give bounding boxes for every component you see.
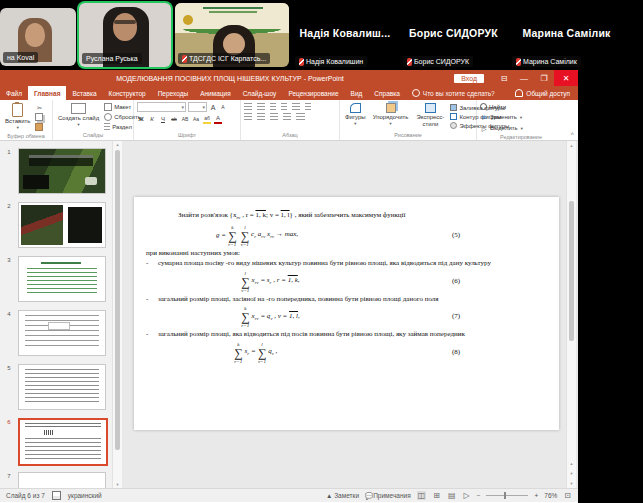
arrange-button[interactable]: Упорядочить ▼ [371,102,411,127]
decrease-indent-icon[interactable] [270,103,276,110]
slide-thumbnail-5[interactable]: 5 [0,364,106,410]
tab-file[interactable]: Файл [0,86,28,100]
paste-button[interactable]: Вставить ▼ [3,102,32,131]
tab-insert[interactable]: Вставка [66,86,102,100]
new-slide-icon [71,103,86,114]
copy-icon[interactable] [35,113,43,121]
restore-button[interactable]: ❐ [534,70,554,86]
underline-button[interactable]: Ч [159,115,167,123]
scroll-up-icon[interactable]: ▲ [567,143,576,148]
tab-animations[interactable]: Анимация [194,86,237,100]
arrange-icon [386,103,396,113]
align-center-icon[interactable] [257,113,265,120]
slide-thumbnail-7[interactable]: 7 [0,472,106,488]
reading-view-button[interactable]: ▤ [447,491,457,500]
change-case-button[interactable]: Аа [192,115,200,123]
italic-button[interactable]: К [148,115,156,123]
shapes-button[interactable]: Фигуры ▼ [343,102,368,127]
reset-icon [104,113,112,121]
slide-thumb-image [18,418,108,466]
font-name-combo[interactable]: ▾ [137,102,186,112]
scroll-up-icon[interactable]: ▲ [113,142,122,147]
share-button[interactable]: Общий доступ [507,86,578,100]
slide-thumbnail-2[interactable]: 2 [0,202,106,248]
slide-thumbnail-3[interactable]: 3 [0,256,106,302]
participant-video-ruska-active-speaker[interactable]: Руслана Руська [79,3,171,67]
tab-home[interactable]: Главная [28,86,66,100]
strikethrough-button[interactable]: ab [170,115,178,123]
format-painter-icon[interactable] [35,123,43,131]
line-spacing-icon[interactable] [292,103,300,110]
columns-icon[interactable] [296,113,305,120]
select-label: Выделить [490,125,518,131]
scroll-down-icon[interactable]: ▼ [567,481,576,486]
justify-icon[interactable] [283,113,291,120]
shrink-font-icon[interactable]: А [219,103,227,111]
highlight-color-button[interactable]: аб [203,114,211,124]
quick-styles-button[interactable]: Экспресс-стили [413,102,447,128]
zoom-out-button[interactable]: − [477,492,481,499]
close-button[interactable]: ✕ [554,70,578,86]
tab-slideshow[interactable]: Слайд-шоу [237,86,283,100]
character-spacing-button[interactable]: АВ [181,115,189,123]
scrollbar-thumb[interactable] [115,150,120,450]
zoom-level[interactable]: 76% [544,492,557,499]
sum-symbol: k∑r=1 [234,342,243,364]
font-color-button[interactable]: А [214,114,222,124]
minimize-button[interactable]: — [514,70,534,86]
next-slide-icon[interactable]: ▼ [567,471,576,476]
replace-button[interactable]: ab Заменить ▼ [480,113,524,121]
language-indicator[interactable]: украинский [68,492,102,499]
find-button[interactable]: Найти [480,103,524,110]
ribbon-display-options-icon[interactable]: ⊟ [494,70,514,86]
participant-video-koval[interactable]: на Koval [0,8,76,66]
align-left-icon[interactable] [244,113,252,120]
numbering-icon[interactable] [257,103,265,110]
participant-video-tdsgds[interactable]: ТДСГДС ІСГ Карпатсь... [175,3,289,67]
paste-icon [12,103,23,117]
tab-review[interactable]: Рецензирование [282,86,344,100]
participant-video-samilyk[interactable]: Марина Самілик Марина Самілик [509,0,624,70]
comments-button[interactable]: 💬Примечания [365,492,411,500]
editing-group: Найти ab Заменить ▼ ▷ Выделить ▼ [477,100,565,140]
scrollbar-thumb[interactable] [569,201,574,341]
thumbnail-scrollbar[interactable]: ▲ ▼ [112,141,122,488]
slide-thumbnail-6-current[interactable]: 6 [0,418,108,466]
font-size-combo[interactable]: ▾ [188,102,207,112]
paragraph-group: Абзац [241,100,340,140]
editing-scrollbar[interactable]: ▲ ▲ ▼ ▼ [566,141,576,488]
tab-view[interactable]: Вид [345,86,369,100]
sign-in-button[interactable]: Вход [454,74,484,83]
previous-slide-icon[interactable]: ▲ [567,461,576,466]
zoom-slider-thumb[interactable] [504,492,506,499]
tab-design[interactable]: Конструктор [103,86,152,100]
grow-font-icon[interactable]: А [209,103,217,111]
slide-thumb-image [18,202,106,248]
slide-thumbnail-4[interactable]: 4 [0,310,106,356]
select-button[interactable]: ▷ Выделить ▼ [480,124,524,132]
collapse-ribbon-icon[interactable]: ˄ [570,131,574,137]
slide-sorter-view-button[interactable]: ⊞ [432,491,441,500]
tab-transitions[interactable]: Переходы [152,86,195,100]
zoom-in-button[interactable]: + [534,492,538,499]
new-slide-button[interactable]: Создать слайд ▼ [56,102,101,128]
cut-icon[interactable]: ✂ [35,103,43,111]
normal-view-button[interactable]: ◫ [417,491,427,500]
increase-indent-icon[interactable] [281,103,287,110]
notes-button[interactable]: ▲ Заметки [326,492,359,499]
participant-video-sydoruk[interactable]: Борис СИДОРУК Борис СИДОРУК [400,0,507,70]
tell-me-box[interactable]: Что вы хотите сделать? [406,86,501,100]
text-direction-icon[interactable] [305,103,311,110]
tab-help[interactable]: Справка [368,86,406,100]
scroll-down-icon[interactable]: ▼ [113,482,122,487]
slide-counter: Слайд 6 из 7 [6,492,45,499]
bullets-icon[interactable] [244,103,252,110]
participant-video-kovalyshyn[interactable]: Надія Ковалиш... Надія Ковалишин [292,0,398,70]
bold-button[interactable]: Ж [137,115,145,123]
zoom-slider[interactable] [486,495,528,496]
spellcheck-icon[interactable] [52,491,61,500]
align-right-icon[interactable] [270,113,278,120]
slideshow-view-button[interactable]: ▷ [463,491,471,500]
fit-to-window-icon[interactable]: ⊡ [563,491,572,500]
slide-thumbnail-1[interactable]: 1 [0,148,106,194]
